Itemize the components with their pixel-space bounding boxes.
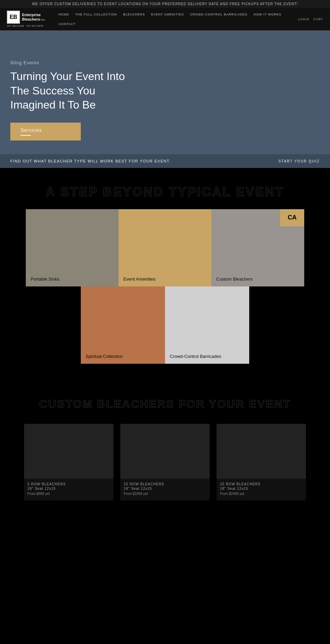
hero-title: Turning Your Event Into The Success You …	[10, 69, 320, 112]
bleacher-seats-2: 18" Seat 12x15	[220, 487, 302, 490]
header-actions: LOGIN CART	[298, 18, 323, 21]
nav-bleachers[interactable]: BLEACHERS	[123, 13, 145, 16]
bleachers-section: CUSTOM BLEACHERS FOR YOUR EVENT 5 Row Bl…	[0, 381, 330, 518]
banner-text: WE OFFER CUSTOM DELIVERIES TO EVENT LOCA…	[32, 2, 298, 6]
logo-icon: EB	[7, 11, 20, 24]
services-row-bottom: Spiritual Collection Crowd-Control Barri…	[10, 286, 320, 364]
logo-text-block: EnterpriseBleachers Inc.	[22, 13, 46, 22]
quiz-bar: FIND OUT WHAT BLEACHER TYPE WILL WORK BE…	[0, 154, 330, 168]
bleacher-seats-1: 18" Seat 12x15	[124, 487, 206, 490]
service-label-barricades: Crowd-Control Barricades	[170, 354, 221, 359]
nav-how-it-works[interactable]: HOW IT WORKS	[254, 13, 282, 16]
ca-badge: CA	[280, 209, 304, 226]
nav-collection[interactable]: THE FULL COLLECTION	[75, 13, 117, 16]
service-label-amenities: Event Amenities	[123, 276, 155, 282]
top-banner: WE OFFER CUSTOM DELIVERIES TO EVENT LOCA…	[0, 0, 330, 8]
nav-barricades[interactable]: CROWD-CONTROL BARRICADES	[190, 13, 248, 16]
bleacher-price-2: From $2499 yet	[220, 492, 302, 496]
bleacher-rows-2: 15 Row Bleachers	[220, 482, 302, 486]
service-card-spiritual[interactable]: Spiritual Collection	[81, 286, 165, 364]
bleacher-img-2	[217, 424, 306, 479]
service-label-spiritual: Spiritual Collection	[86, 354, 123, 359]
logo-box: EB EnterpriseBleachers Inc.	[7, 11, 52, 24]
bleachers-heading: CUSTOM BLEACHERS FOR YOUR EVENT	[10, 398, 320, 410]
service-card-custom-bleachers[interactable]: Custom Bleachers CA	[211, 209, 304, 286]
bleacher-card-0[interactable]: 5 Row Bleachers 18" Seat 12x15 From $999…	[24, 424, 113, 500]
service-card-portable-sinks[interactable]: Portable Sinks	[26, 209, 119, 286]
bleacher-rows-1: 10 Row Bleachers	[124, 482, 206, 486]
bleacher-img-1	[120, 424, 210, 479]
nav-amenities[interactable]: EVENT AMENITIES	[151, 13, 184, 16]
services-button[interactable]: Services	[10, 123, 81, 140]
service-card-barricades[interactable]: Crowd-Control Barricades	[165, 286, 249, 364]
service-label-bleachers: Custom Bleachers	[216, 276, 253, 282]
quiz-bar-text: FIND OUT WHAT BLEACHER TYPE WILL WORK BE…	[10, 159, 171, 163]
services-row-top: Portable Sinks Event Amenities Custom Bl…	[10, 209, 320, 286]
bleacher-card-2[interactable]: 15 Row Bleachers 18" Seat 12x15 From $24…	[217, 424, 306, 500]
bleacher-rows-0: 5 Row Bleachers	[28, 482, 110, 486]
logo-phone: 347-962-5180 917-627-6970	[7, 24, 52, 27]
bleacher-products: 5 Row Bleachers 18" Seat 12x15 From $999…	[10, 424, 320, 511]
service-label-sinks: Portable Sinks	[31, 276, 59, 282]
bleacher-seats-0: 18" Seat 12x15	[28, 487, 110, 490]
bleacher-price-0: From $999 yet	[28, 492, 110, 496]
quiz-bar-link[interactable]: START YOUR QUIZ	[278, 159, 320, 163]
logo-initials: EB	[10, 14, 17, 20]
logo-area: EB EnterpriseBleachers Inc. 347-962-5180…	[7, 11, 52, 27]
login-link[interactable]: LOGIN	[298, 18, 309, 21]
hero-subtitle: Sling Events	[10, 60, 320, 65]
services-section: A STEP BEYOND TYPICAL EVENT Portable Sin…	[0, 168, 330, 381]
cart-link[interactable]: CART	[314, 18, 323, 21]
services-heading: A STEP BEYOND TYPICAL EVENT	[10, 185, 320, 199]
logo-title: EnterpriseBleachers Inc.	[22, 13, 46, 22]
main-nav: HOME THE FULL COLLECTION BLEACHERS EVENT…	[58, 13, 298, 26]
bleacher-info-2: 15 Row Bleachers 18" Seat 12x15 From $24…	[217, 482, 306, 496]
bleacher-card-1[interactable]: 10 Row Bleachers 18" Seat 12x15 From $18…	[120, 424, 210, 500]
bleacher-price-1: From $1899 yet	[124, 492, 206, 496]
nav-home[interactable]: HOME	[58, 13, 69, 16]
service-card-event-amenities[interactable]: Event Amenities	[119, 209, 211, 286]
hero-section: Sling Events Turning Your Event Into The…	[0, 31, 330, 154]
bleacher-info-0: 5 Row Bleachers 18" Seat 12x15 From $999…	[24, 482, 113, 496]
header: EB EnterpriseBleachers Inc. 347-962-5180…	[0, 8, 330, 31]
nav-contact[interactable]: CONTACT	[58, 22, 76, 26]
bleacher-info-1: 10 Row Bleachers 18" Seat 12x15 From $18…	[120, 482, 210, 496]
bleacher-img-0	[24, 424, 113, 479]
